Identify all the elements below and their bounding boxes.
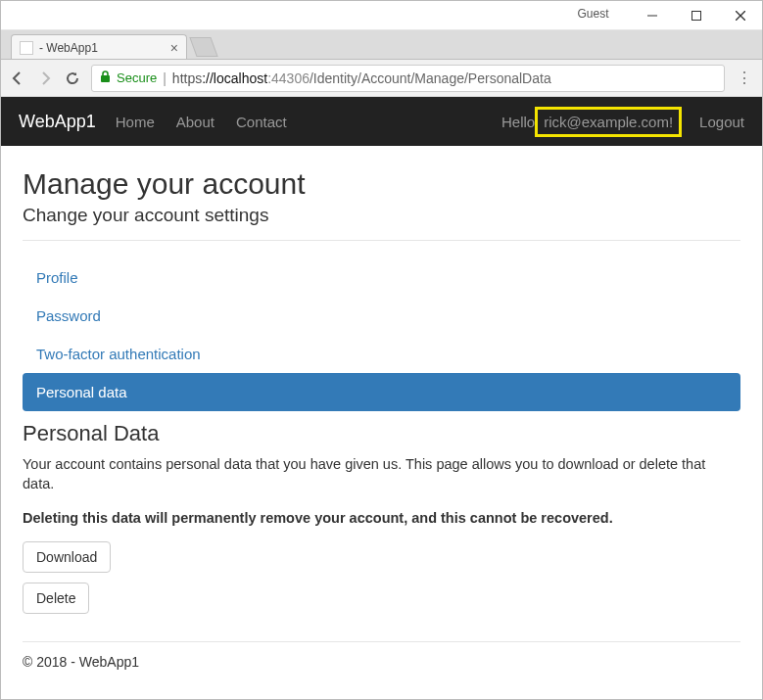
favicon-icon (20, 41, 33, 55)
menu-twofactor[interactable]: Two-factor authentication (23, 335, 740, 373)
svg-rect-4 (101, 75, 110, 82)
page-content: Manage your account Change your account … (1, 146, 762, 679)
menu-personaldata[interactable]: Personal data (23, 373, 740, 411)
hello-prefix: Hello (501, 114, 535, 130)
window-titlebar: Guest (1, 1, 762, 30)
footer-text: © 2018 - WebApp1 (23, 654, 740, 670)
logout-link[interactable]: Logout (699, 114, 744, 130)
hello-user-link[interactable]: rick@example.com! (535, 107, 682, 137)
new-tab-button[interactable] (189, 37, 217, 57)
forward-button[interactable] (36, 70, 54, 86)
nav-home[interactable]: Home (116, 114, 155, 130)
close-window-button[interactable] (718, 1, 762, 30)
footer-divider (23, 641, 740, 642)
lock-icon (100, 70, 111, 86)
reload-button[interactable] (64, 70, 81, 86)
brand[interactable]: WebApp1 (19, 112, 96, 132)
menu-password[interactable]: Password (23, 297, 740, 335)
divider (23, 240, 740, 241)
menu-profile[interactable]: Profile (23, 258, 740, 297)
app-navbar: WebApp1 Home About Contact Hello rick@ex… (1, 97, 762, 146)
guest-label: Guest (578, 7, 609, 21)
manage-menu: Profile Password Two-factor authenticati… (23, 258, 740, 411)
url-text: https://localhost:44306/Identity/Account… (172, 70, 551, 86)
secure-label: Secure (117, 70, 157, 85)
close-tab-icon[interactable]: × (170, 40, 178, 56)
address-bar: Secure | https://localhost:44306/Identit… (1, 60, 762, 97)
download-button[interactable]: Download (23, 541, 111, 573)
browser-menu-button[interactable]: ⋮ (735, 69, 754, 87)
nav-about[interactable]: About (176, 114, 215, 130)
maximize-button[interactable] (674, 1, 718, 30)
nav-contact[interactable]: Contact (236, 114, 287, 130)
delete-button[interactable]: Delete (23, 583, 89, 614)
url-input[interactable]: Secure | https://localhost:44306/Identit… (91, 65, 725, 92)
separator: | (163, 70, 167, 86)
browser-tab[interactable]: - WebApp1 × (11, 34, 187, 60)
tab-strip: - WebApp1 × (1, 30, 762, 60)
tab-title: - WebApp1 (39, 41, 165, 55)
svg-rect-1 (691, 11, 700, 20)
back-button[interactable] (9, 70, 26, 86)
page-title: Manage your account (23, 167, 740, 201)
section-title: Personal Data (23, 421, 740, 446)
personal-data-description: Your account contains personal data that… (23, 454, 740, 494)
minimize-button[interactable] (630, 1, 674, 30)
page-subtitle: Change your account settings (23, 205, 740, 226)
personal-data-warning: Deleting this data will permanently remo… (23, 508, 740, 528)
